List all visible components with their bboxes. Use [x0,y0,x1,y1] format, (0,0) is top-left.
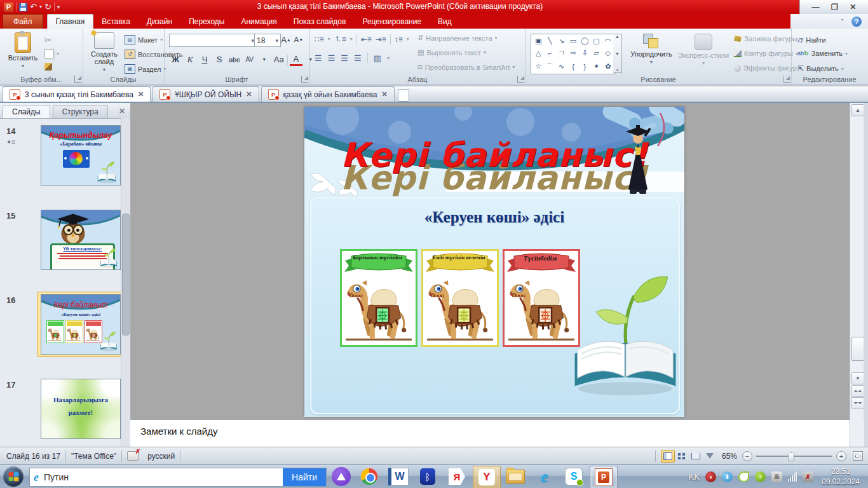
tab-transitions[interactable]: Переходы [180,15,233,29]
zoom-slider-thumb[interactable] [788,452,794,461]
normal-view-button[interactable] [661,450,675,463]
taskbar-search-field[interactable]: e Путин Найти [29,468,327,487]
scroll-up-icon[interactable]: ▲ [851,104,864,116]
shapes-gallery[interactable]: ▣╲↘▭◯▢◠ △⌐ㄱ⇨⇩▱◇ ☆⌒∿{}✦✿ [531,34,616,74]
underline-button[interactable]: Ч [198,54,211,65]
restore-button[interactable]: ❐ [831,3,838,11]
shrink-font-button[interactable]: A▼ [292,34,305,45]
bullets-icon[interactable]: ∷≡ [315,35,324,44]
panel-scrollbar-thumb[interactable] [122,214,130,336]
power-disconnected-icon[interactable]: ✗ [803,471,813,482]
thumbnail-slide-16[interactable]: Кері байланыс! «Керуен көші» әдісі [41,294,121,355]
doc-tab-3[interactable]: P қазақ үй ойын Бакимбаева✕ [261,86,395,102]
next-slide-icon[interactable]: ⏷⏷ [851,397,864,409]
tray-download-icon[interactable]: ⬇ [722,471,733,482]
tab-slides-thumbnails[interactable]: Слайды [3,105,50,118]
internet-explorer-icon[interactable]: e [531,466,558,487]
thumbnail-slide-14[interactable]: Қорытындылау «Барабан» ойыны [41,125,121,186]
new-slide-button[interactable]: Создать слайд▾ [86,32,122,72]
taskbar-clock[interactable]: 23:51 09.02.2024 [816,466,865,487]
font-color-button[interactable]: А [290,53,302,66]
zoom-level[interactable]: 65% [722,452,737,461]
char-spacing-button[interactable]: AV [243,54,256,65]
keyboard-language[interactable]: KK [689,472,700,482]
chrome-icon[interactable] [356,466,383,487]
align-text-button[interactable]: ▤Выровнять текст▾ [417,48,486,57]
font-dialog-launcher[interactable]: ◢ [301,76,308,83]
tray-printer-icon[interactable]: 🖶 [771,471,782,482]
bold-button[interactable]: Ж [169,54,182,65]
close-tab-icon[interactable]: ✕ [138,90,144,98]
doc-tab-1[interactable]: P 3 сынып қазақ тілі Бакимбаева✕ [3,86,151,102]
paragraph-dialog-launcher[interactable]: ◢ [517,76,524,83]
align-center-icon[interactable]: ☰ [328,53,336,63]
fit-to-window-icon[interactable] [853,451,863,461]
char-spacing-dropdown[interactable]: ▾ [258,54,271,65]
animation-indicator-icon[interactable]: ✦≡ [6,139,15,146]
close-tab-icon[interactable]: ✕ [246,90,252,98]
scrollbar-thumb[interactable] [851,337,864,361]
zoom-slider[interactable] [756,456,832,457]
tab-review[interactable]: Рецензирование [354,15,430,29]
notes-pane[interactable]: Заметки к слайду [130,419,850,447]
layout-button[interactable]: ▤Макет▾ [125,35,163,44]
format-painter-button[interactable] [44,63,52,71]
align-left-icon[interactable]: ☰ [315,53,322,63]
bluetooth-icon[interactable]: ᛒ [414,466,441,487]
italic-button[interactable]: К [184,54,196,65]
thumbnail-slide-17[interactable]: Назарларыңызға рахмет! [41,379,121,439]
section-button[interactable]: ▦Раздел▾ [125,64,166,74]
tray-antivirus-icon[interactable]: + [755,471,766,482]
justify-icon[interactable]: ☰ [354,53,362,63]
tray-leaf-icon[interactable] [738,471,749,482]
tab-animation[interactable]: Анимация [233,15,285,29]
shadow-button[interactable]: S [213,54,226,65]
reading-view-button[interactable] [689,450,703,463]
clipboard-dialog-launcher[interactable]: ◢ [74,76,81,83]
shapes-gallery-scroll[interactable]: ▲▼≡ [613,34,622,73]
file-explorer-icon[interactable] [502,466,529,487]
spellcheck-icon[interactable] [127,451,139,461]
convert-smartart-button[interactable]: ⧉Преобразовать в SmartArt▾ [417,63,515,71]
search-find-button[interactable]: Найти [283,468,326,486]
word-icon[interactable]: W [385,466,412,487]
language-indicator[interactable]: русский [147,452,175,461]
close-tab-icon[interactable]: ✕ [382,90,388,98]
powerpoint-taskbar-icon[interactable]: P [590,466,618,488]
font-size-combo[interactable]: 18▾ [254,34,281,47]
slide-sorter-view-button[interactable] [675,450,689,463]
font-name-combo[interactable]: ▾ [169,34,257,47]
arrange-button[interactable]: Упорядочить▾ [627,34,675,65]
previous-slide-icon[interactable]: ⏶⏶ [851,385,864,397]
align-right-icon[interactable]: ☰ [341,53,348,63]
thumbnail-slide-15[interactable]: Үй тапсырмасы: [41,210,121,270]
copy-button[interactable]: ▾ [44,49,59,58]
yandex-browser-icon[interactable]: Y [473,466,501,488]
find-button[interactable]: ⌭ Найти [797,35,826,45]
strikethrough-button[interactable]: abc [227,54,241,65]
line-spacing-icon[interactable]: ↕≡ [395,35,403,44]
skype-icon[interactable]: S [560,466,587,487]
network-signal-icon[interactable] [788,471,797,482]
zoom-in-icon[interactable]: + [836,451,846,461]
numbering-icon[interactable]: ⒈≡ [334,34,346,44]
select-button[interactable]: ⇱ Выделить▾ [797,64,844,73]
vertical-scrollbar[interactable]: ▲ ▼ ⏶⏶ ⏷⏷ [850,103,864,419]
slide-canvas[interactable]: Кері байланыс! Кері байланыс! «Керуен кө… [304,107,684,417]
close-panel-icon[interactable]: ✕ [119,107,125,116]
slideshow-button[interactable] [703,450,717,463]
tray-app-icon[interactable]: ◖ [705,471,716,482]
text-direction-button[interactable]: ⇵Направление текста▾ [417,34,498,42]
new-tab-button[interactable] [398,89,409,102]
minimize-button[interactable]: — [812,3,820,11]
tab-slideshow[interactable]: Показ слайдов [285,15,355,29]
increase-indent-icon[interactable]: ⇥≡ [376,35,386,44]
panel-scrollbar[interactable] [121,118,130,448]
grow-font-button[interactable]: A▲ [280,34,292,45]
tab-file[interactable]: Файл [3,14,43,29]
shape-outline-button[interactable]: Контур фигуры▾ [734,50,798,57]
columns-icon[interactable]: ▥ [374,53,381,63]
zoom-out-icon[interactable]: − [742,451,752,461]
start-button[interactable] [3,466,24,487]
help-icon[interactable]: ? [851,17,862,27]
